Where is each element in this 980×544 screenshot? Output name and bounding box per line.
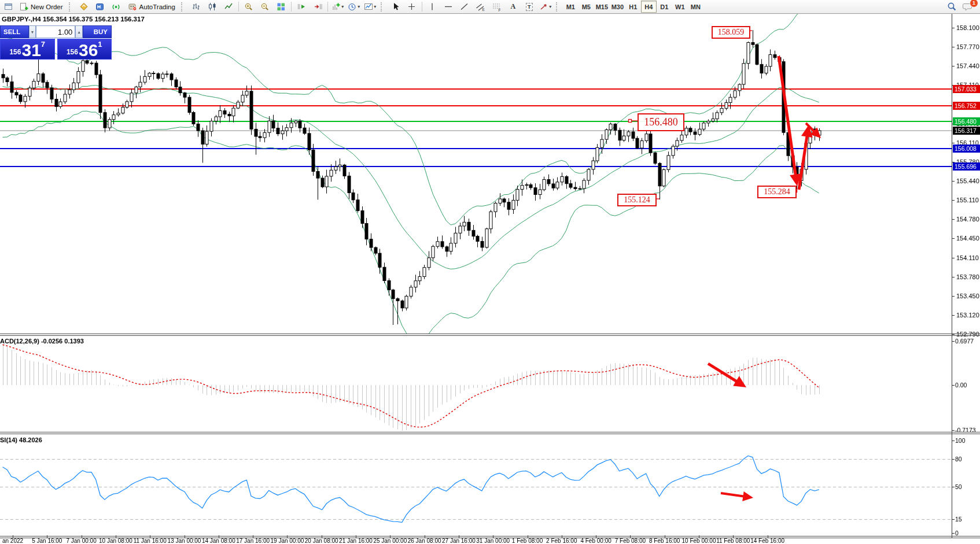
new-order-label: New Order xyxy=(31,3,63,10)
price-tag-157.033: 157.033 xyxy=(953,85,980,93)
sell-price-big: 31 xyxy=(21,43,40,58)
time-label: an 2022 xyxy=(2,538,23,544)
chevron-down-icon: ▾ xyxy=(358,4,360,9)
toolbar-handle[interactable] xyxy=(69,2,73,12)
time-label: 11 Feb 08:00 xyxy=(716,538,750,544)
fibonacci-icon[interactable]: F xyxy=(489,1,504,13)
toolbar-handle[interactable] xyxy=(381,2,385,12)
timeframe-m15[interactable]: M15 xyxy=(594,1,610,13)
annotation-box-155.284[interactable]: 155.284 xyxy=(757,186,797,198)
trendline-icon[interactable] xyxy=(457,1,472,13)
volume-input[interactable] xyxy=(36,25,75,38)
chart-shift-icon[interactable] xyxy=(310,1,325,13)
annotation-box-156.480[interactable]: 156.480 xyxy=(638,113,684,131)
sell-price-figure: 156 xyxy=(9,48,21,56)
pane-separator xyxy=(0,434,980,434)
templates-icon[interactable]: ▾ xyxy=(363,1,378,13)
time-label: 31 Jan 00:00 xyxy=(476,538,510,544)
one-click-trading-panel: SELL ▼ ▲ BUY 156 31 7 156 36 1 xyxy=(0,25,112,60)
buy-button[interactable]: BUY xyxy=(83,25,112,38)
macd-axis--0.7173: -0.7173 xyxy=(955,427,976,434)
svg-text:E: E xyxy=(482,8,485,12)
zoom-in-icon[interactable] xyxy=(241,1,256,13)
time-label: 7 Jan 00:00 xyxy=(66,538,96,544)
text-icon[interactable]: A xyxy=(506,1,521,13)
annotation-box-155.124[interactable]: 155.124 xyxy=(617,194,657,206)
price-tick-153.120: 153.120 xyxy=(956,312,979,319)
tile-windows-icon[interactable] xyxy=(274,1,289,13)
time-label: 27 Jan 16:00 xyxy=(442,538,476,544)
chart-canvas[interactable] xyxy=(0,0,980,544)
time-label: 11 Jan 16:00 xyxy=(134,538,167,544)
time-label: 1 Feb 08:00 xyxy=(512,538,543,544)
time-label: 17 Jan 16:00 xyxy=(236,538,270,544)
bar-chart-icon[interactable] xyxy=(189,1,204,13)
timeframe-m1[interactable]: M1 xyxy=(563,1,579,13)
sell-price[interactable]: 156 31 7 xyxy=(0,39,55,60)
autotrading-button[interactable]: AutoTrading xyxy=(125,1,178,13)
crosshair-icon[interactable] xyxy=(404,1,419,13)
horizontal-line-icon[interactable] xyxy=(441,1,456,13)
time-label: 13 Jan 00:00 xyxy=(168,538,201,544)
rsi-axis-15: 15 xyxy=(955,516,962,523)
price-tag-155.696: 155.696 xyxy=(953,162,980,171)
price-tag-156.752: 156.752 xyxy=(953,102,980,110)
timeframe-h1[interactable]: H1 xyxy=(625,1,641,13)
chevron-down-icon: ▾ xyxy=(374,4,376,9)
community-icon[interactable] xyxy=(93,1,108,13)
time-label: 10 Jan 08:00 xyxy=(99,538,132,544)
mt4-window: New Order AutoTrading ▾ ▾ ▾ E F A xyxy=(0,0,980,544)
price-tick-154.780: 154.780 xyxy=(956,216,979,223)
macd-axis-0.6977: 0.6977 xyxy=(955,338,974,345)
svg-text:F: F xyxy=(499,8,501,12)
time-label: 7 Feb 08:00 xyxy=(615,538,646,544)
time-label: 20 Jan 08:00 xyxy=(305,538,338,544)
chevron-down-icon: ▾ xyxy=(549,4,551,9)
timeframe-w1[interactable]: W1 xyxy=(672,1,688,13)
time-label: 4 Feb 00:00 xyxy=(580,538,611,544)
zoom-out-icon[interactable] xyxy=(257,1,272,13)
price-axis-line xyxy=(952,13,952,538)
shapes-icon[interactable]: ▾ xyxy=(538,1,553,13)
channel-icon[interactable]: E xyxy=(473,1,488,13)
time-label: 21 Jan 16:00 xyxy=(339,538,373,544)
time-label: 26 Jan 08:00 xyxy=(408,538,441,544)
periods-icon[interactable]: ▾ xyxy=(347,1,362,13)
buy-price[interactable]: 156 36 1 xyxy=(57,39,112,60)
indicators-icon[interactable]: ▾ xyxy=(330,1,345,13)
time-label: 14 Feb 16:00 xyxy=(750,538,784,544)
buy-price-figure: 156 xyxy=(67,48,78,56)
timeframe-m30[interactable]: M30 xyxy=(610,1,625,13)
volume-down-button[interactable]: ▼ xyxy=(29,25,36,38)
vertical-line-icon[interactable] xyxy=(425,1,440,13)
line-chart-icon[interactable] xyxy=(221,1,236,13)
window-icon[interactable] xyxy=(1,1,16,13)
cursor-icon[interactable] xyxy=(388,1,403,13)
macd-axis-0.00: 0.00 xyxy=(955,382,967,388)
timeframe-h4[interactable]: H4 xyxy=(641,1,657,13)
pane-separator[interactable] xyxy=(0,334,980,334)
pane-separator[interactable] xyxy=(0,432,980,432)
time-label: 2 Feb 16:00 xyxy=(546,538,577,544)
annotation-box-158.059[interactable]: 158.059 xyxy=(712,26,750,39)
text-label-icon[interactable]: T xyxy=(522,1,537,13)
timeframe-mn[interactable]: MN xyxy=(688,1,703,13)
candlestick-chart-icon[interactable] xyxy=(205,1,220,13)
sell-price-pip: 7 xyxy=(41,40,45,49)
chat-icon[interactable]: 1 xyxy=(960,1,975,13)
price-tick-153.450: 153.450 xyxy=(956,293,979,299)
price-tick-157.440: 157.440 xyxy=(956,62,979,69)
timeframe-d1[interactable]: D1 xyxy=(657,1,672,13)
signals-icon[interactable] xyxy=(109,1,124,13)
new-order-button[interactable]: New Order xyxy=(17,1,66,13)
price-tag-156.480: 156.480 xyxy=(953,117,980,125)
volume-up-button[interactable]: ▲ xyxy=(75,25,83,38)
sell-button[interactable]: SELL xyxy=(0,25,29,38)
timeframe-m5[interactable]: M5 xyxy=(579,1,594,13)
toolbar-handle[interactable] xyxy=(181,2,186,12)
market-icon[interactable] xyxy=(76,1,91,13)
chart-title: GBPJPY-,H4 156.354 156.375 156.213 156.3… xyxy=(2,16,145,23)
auto-scroll-icon[interactable] xyxy=(294,1,309,13)
toolbar-handle[interactable] xyxy=(556,2,561,12)
search-icon[interactable] xyxy=(944,1,959,13)
